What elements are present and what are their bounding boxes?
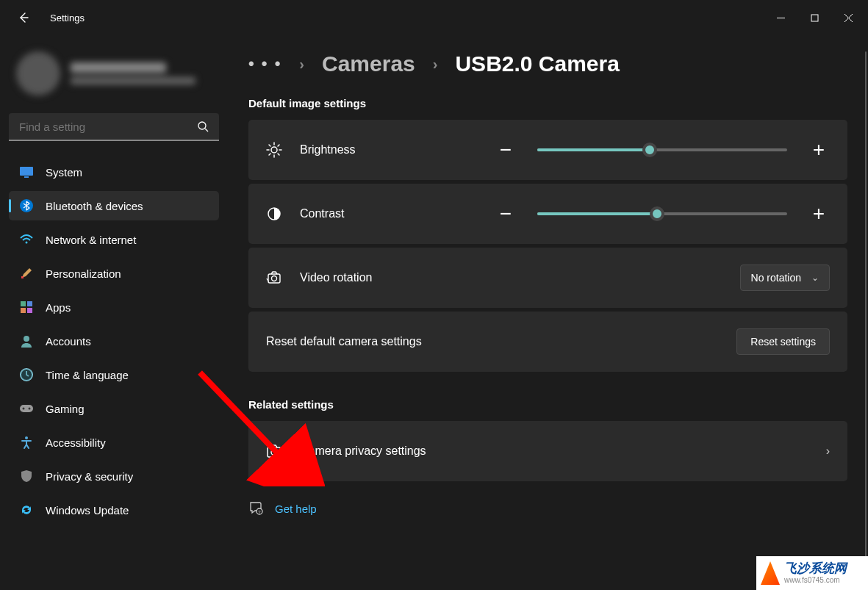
reset-settings-button[interactable]: Reset settings xyxy=(736,328,830,355)
contrast-icon xyxy=(266,206,282,221)
sidebar-item-windows-update[interactable]: Windows Update xyxy=(9,495,219,525)
titlebar: Settings xyxy=(0,0,868,35)
brightness-decrease-button[interactable]: − xyxy=(495,139,517,161)
sidebar-item-personalization[interactable]: Personalization xyxy=(9,259,219,288)
breadcrumb-overflow[interactable]: • • • xyxy=(248,54,281,73)
svg-rect-19 xyxy=(20,405,33,412)
section-heading-related: Related settings xyxy=(248,398,847,411)
svg-point-22 xyxy=(25,436,28,439)
sidebar-item-privacy-security[interactable]: Privacy & security xyxy=(9,461,219,491)
watermark: 飞沙系统网 www.fs0745.com xyxy=(756,556,868,590)
camera-icon xyxy=(266,445,282,458)
brightness-slider[interactable] xyxy=(537,148,787,151)
watermark-title: 飞沙系统网 xyxy=(784,562,847,576)
nav-list: System Bluetooth & devices Network & int… xyxy=(7,157,220,525)
reset-label: Reset default camera settings xyxy=(266,335,422,348)
vertical-scrollbar[interactable] xyxy=(865,51,867,573)
svg-line-31 xyxy=(269,154,270,155)
apps-icon xyxy=(19,300,34,314)
reset-card: Reset default camera settings Reset sett… xyxy=(248,312,847,372)
sidebar-item-apps[interactable]: Apps xyxy=(9,292,219,322)
sidebar-item-time-language[interactable]: Time & language xyxy=(9,360,219,389)
contrast-label: Contrast xyxy=(300,207,395,220)
svg-rect-15 xyxy=(27,308,32,313)
svg-point-21 xyxy=(29,408,31,410)
brightness-increase-button[interactable]: + xyxy=(808,139,830,161)
svg-point-23 xyxy=(271,147,277,153)
main-content: • • • › Cameras › USB2.0 Camera Default … xyxy=(228,35,868,590)
svg-rect-12 xyxy=(21,301,26,306)
svg-rect-11 xyxy=(21,276,24,278)
sidebar: System Bluetooth & devices Network & int… xyxy=(0,35,228,590)
svg-point-20 xyxy=(23,408,25,410)
wifi-icon xyxy=(19,232,34,247)
svg-rect-2 xyxy=(811,15,818,21)
close-button[interactable] xyxy=(831,6,865,29)
sidebar-item-system[interactable]: System xyxy=(9,157,219,187)
accessibility-icon xyxy=(19,435,34,450)
sidebar-item-label: Windows Update xyxy=(46,504,129,517)
contrast-decrease-button[interactable]: − xyxy=(495,203,517,225)
section-heading-default-image: Default image settings xyxy=(248,97,847,109)
minimize-button[interactable] xyxy=(764,6,797,29)
maximize-button[interactable] xyxy=(797,6,831,29)
brightness-icon xyxy=(266,142,282,158)
sidebar-item-accessibility[interactable]: Accessibility xyxy=(9,428,219,457)
reset-button-label: Reset settings xyxy=(750,336,816,348)
svg-point-10 xyxy=(26,242,28,244)
sidebar-item-accounts[interactable]: Accounts xyxy=(9,326,219,356)
shield-icon xyxy=(19,469,34,483)
breadcrumb: • • • › Cameras › USB2.0 Camera xyxy=(248,51,847,76)
contrast-card: Contrast − + xyxy=(248,184,847,244)
sidebar-item-label: Personalization xyxy=(46,267,121,280)
sidebar-item-label: Apps xyxy=(46,301,71,314)
brightness-label: Brightness xyxy=(300,143,395,157)
close-icon xyxy=(844,14,853,22)
sidebar-item-label: Bluetooth & devices xyxy=(46,200,143,212)
sidebar-item-label: System xyxy=(46,166,82,179)
sidebar-item-network[interactable]: Network & internet xyxy=(9,225,219,254)
profile-email xyxy=(71,77,196,84)
svg-rect-33 xyxy=(268,274,280,283)
person-icon xyxy=(19,334,34,348)
watermark-url: www.fs0745.com xyxy=(784,576,847,584)
svg-rect-7 xyxy=(20,167,33,176)
chevron-right-icon: › xyxy=(826,445,830,458)
sidebar-item-label: Privacy & security xyxy=(46,470,133,483)
svg-rect-8 xyxy=(24,176,29,178)
update-icon xyxy=(19,503,34,517)
contrast-slider[interactable] xyxy=(537,212,787,215)
camera-privacy-settings-link[interactable]: Camera privacy settings › xyxy=(248,421,847,481)
sidebar-item-label: Gaming xyxy=(46,403,85,415)
help-label: Get help xyxy=(275,503,317,515)
svg-line-6 xyxy=(205,129,208,132)
svg-point-36 xyxy=(271,450,277,456)
profile-name xyxy=(71,62,166,73)
sidebar-item-bluetooth-devices[interactable]: Bluetooth & devices xyxy=(9,191,219,220)
maximize-icon xyxy=(811,14,819,22)
chevron-right-icon: › xyxy=(433,56,438,73)
video-rotation-card: Video rotation No rotation ⌄ xyxy=(248,248,847,308)
breadcrumb-current: USB2.0 Camera xyxy=(455,51,619,76)
video-rotation-label: Video rotation xyxy=(300,271,395,284)
user-profile[interactable] xyxy=(7,43,220,113)
video-rotation-select[interactable]: No rotation ⌄ xyxy=(740,265,830,291)
sidebar-item-label: Time & language xyxy=(46,369,129,381)
get-help-link[interactable]: ? Get help xyxy=(248,500,847,517)
avatar xyxy=(16,51,60,96)
contrast-increase-button[interactable]: + xyxy=(808,203,830,225)
chevron-down-icon: ⌄ xyxy=(811,273,819,283)
svg-line-28 xyxy=(269,145,270,146)
clock-icon xyxy=(19,367,34,382)
sidebar-item-gaming[interactable]: Gaming xyxy=(9,394,219,423)
search-input[interactable] xyxy=(9,113,219,141)
search-box xyxy=(9,113,219,141)
back-button[interactable] xyxy=(9,3,38,32)
svg-point-18 xyxy=(21,369,32,381)
chevron-right-icon: › xyxy=(299,56,304,73)
sidebar-item-label: Accounts xyxy=(46,335,91,348)
brush-icon xyxy=(19,266,34,281)
breadcrumb-parent[interactable]: Cameras xyxy=(322,51,415,76)
svg-rect-14 xyxy=(21,308,26,313)
svg-point-5 xyxy=(198,122,206,129)
